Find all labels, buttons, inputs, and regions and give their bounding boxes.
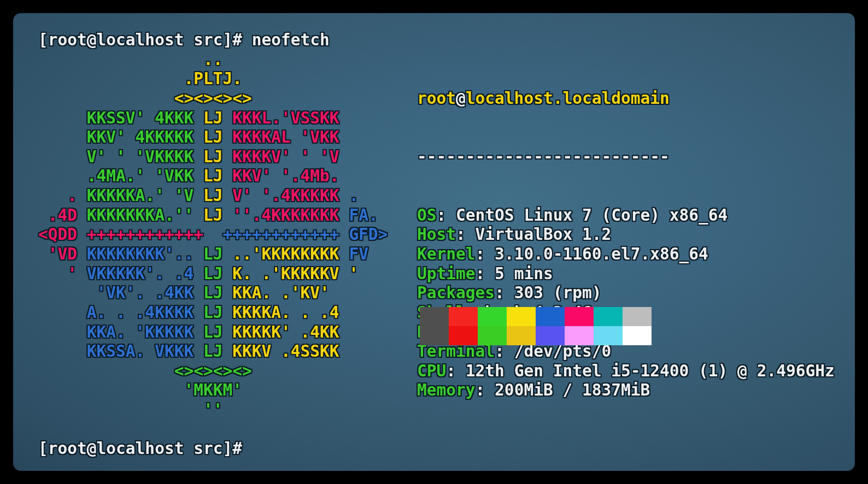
ascii-art-segment-green: <><><><> <box>38 362 252 380</box>
ascii-art-segment-yellow: K. .'KKKKKV ' <box>222 264 359 283</box>
ascii-art-segment-green: LJ <box>203 323 223 341</box>
palette-swatch <box>449 307 478 326</box>
info-colon: : <box>476 264 495 283</box>
ascii-art-segment-blue: 'VK'. .4KK <box>38 284 203 302</box>
ascii-art-segment-blue: FV <box>349 245 368 263</box>
ascii-art-segment-pink: ''.4KKKKKKK <box>222 206 349 225</box>
ascii-art-line: <><><><> <box>38 362 388 381</box>
ascii-art-line: 'VD KKKKKKKK'.. LJ ..'KKKKKKKK FV <box>38 245 388 264</box>
ascii-art-segment-yellow: <><><><> <box>38 89 252 108</box>
info-row-cpu: CPU: 12th Gen Intel i5-12400 (1) @ 2.496… <box>417 362 835 381</box>
ascii-art-segment-green: LJ <box>203 303 223 322</box>
ascii-art-line: '' <box>38 400 388 420</box>
ascii-art-line: ' VKKKKK'. .4 LJ K. .'KKKKKV ' <box>38 264 388 284</box>
palette-swatch <box>507 326 536 345</box>
ascii-art-line: 'VK'. .4KK LJ KKA. .'KV' <box>38 284 388 303</box>
info-value: 200MiB / 1837MiB <box>495 381 650 399</box>
info-value: VirtualBox 1.2 <box>476 225 612 244</box>
ascii-art-segment-yellow: LJ <box>203 186 223 205</box>
info-label: Uptime <box>417 264 476 283</box>
ascii-art-segment-pink: KKKKAL 'VKK <box>222 128 339 146</box>
info-colon: : <box>476 245 495 263</box>
ascii-art-segment-green: KKV' 4KKKKK <box>38 128 203 146</box>
palette-swatch <box>623 307 652 326</box>
info-colon: : <box>446 362 466 380</box>
ascii-art-segment-green: .4MA.' 'VKK <box>38 167 203 185</box>
ascii-art-segment-green: KKKKKKKA.'' <box>87 206 203 225</box>
ascii-art-line: <QDD ++++++++++++ ++++++++++++ GFD> <box>38 225 388 245</box>
ascii-art-segment-blue: ++++++++++++ GFD> <box>222 225 388 244</box>
ascii-art-segment-pink: . <box>38 186 87 205</box>
ascii-art-segment-yellow: KKKV .4SSKK <box>222 342 339 361</box>
info-colon: : <box>495 284 514 302</box>
ascii-art-segment-blue: . <box>349 186 359 205</box>
info-value: 303 (rpm) <box>514 284 602 302</box>
ascii-art-segment-blue: A. . .4KKKK <box>38 303 203 322</box>
ascii-art-segment-yellow: ..'KKKKKKKK <box>222 245 349 263</box>
ascii-art-segment-yellow: .. <box>38 50 222 69</box>
info-label: Packages <box>417 284 495 302</box>
info-label: Memory <box>417 381 476 399</box>
ascii-art-segment-yellow: LJ <box>203 128 223 146</box>
ascii-art-line: .4D KKKKKKKA.'' LJ ''.4KKKKKKK FA. <box>38 206 388 226</box>
info-row-uptime: Uptime: 5 mins <box>417 264 835 284</box>
ascii-art-segment-green: LJ <box>203 284 223 302</box>
ascii-art-segment-blue: KKKKKKKK'.. <box>87 245 203 263</box>
ascii-art-segment-pink: KKKL.'VSSKK <box>222 109 339 127</box>
ascii-art-segment-green: 'MKKM' <box>38 381 242 399</box>
ascii-art-line: 'MKKM' <box>38 381 388 400</box>
terminal-window[interactable]: [root@localhost src]# neofetch .. .PLTJ.… <box>13 13 855 471</box>
palette-swatch <box>536 307 565 326</box>
title-hostname: localhost.localdomain <box>466 89 670 108</box>
ascii-art-segment-green: V' ' 'VKKKK <box>38 147 203 166</box>
ascii-art-line: .. <box>38 50 388 70</box>
palette-swatch <box>565 326 594 345</box>
info-label: Kernel <box>417 245 476 263</box>
palette-swatch <box>449 326 478 345</box>
palette-swatch <box>536 326 565 345</box>
info-value: CentOS Linux 7 (Core) x86_64 <box>456 206 728 225</box>
ascii-art-segment-green: LJ <box>203 245 223 263</box>
palette-swatch <box>594 326 623 345</box>
ascii-art-line: A. . .4KKKK LJ KKKKA. . .4 <box>38 303 388 323</box>
ascii-art-segment-yellow: KKKKA. . .4 <box>222 303 339 322</box>
ascii-art-segment-pink: 'VD <box>38 245 87 263</box>
title-user: root <box>417 89 456 108</box>
info-row-host: Host: VirtualBox 1.2 <box>417 225 835 245</box>
ascii-art-segment-yellow: LJ <box>203 167 223 185</box>
ascii-art-line: KKSSA. VKKK LJ KKKV .4SSKK <box>38 342 388 362</box>
system-info-block: root@localhost.localdomain -------------… <box>417 50 835 440</box>
ascii-art-line: .PLTJ. <box>38 69 388 89</box>
info-row-os: OS: CentOS Linux 7 (Core) x86_64 <box>417 206 835 226</box>
shell-prompt-command: [root@localhost src]# neofetch <box>38 31 330 50</box>
info-value: 5 mins <box>495 264 553 283</box>
palette-swatch <box>420 307 449 326</box>
ascii-art-line: KKV' 4KKKKK LJ KKKKAL 'VKK <box>38 128 388 147</box>
ascii-art-line: . KKKKKA.' 'V LJ V' '.4KKKKK . <box>38 186 388 206</box>
ascii-art-segment-yellow: KKA. .'KV' <box>222 284 329 302</box>
ascii-art-segment-green: KKKKKA.' 'V <box>87 186 203 205</box>
title-at-sign: @ <box>456 89 466 108</box>
ascii-art-segment-yellow: KKKKK' .4KK <box>222 323 339 341</box>
ascii-art-segment-green: KKSSV' 4KKK <box>38 109 203 127</box>
ascii-art-segment-yellow: .PLTJ. <box>38 69 242 88</box>
info-row-packages: Packages: 303 (rpm) <box>417 284 835 303</box>
ascii-art-line: KKSSV' 4KKK LJ KKKL.'VSSKK <box>38 109 388 128</box>
info-row-memory: Memory: 200MiB / 1837MiB <box>417 381 835 400</box>
ascii-art-segment-yellow: LJ <box>203 206 223 225</box>
palette-row-1 <box>420 307 652 326</box>
ascii-art-segment-green: LJ <box>203 342 223 361</box>
ascii-art-segment-blue: KKSSA. VKKK <box>38 342 203 361</box>
ascii-art-segment-yellow: LJ <box>203 109 223 127</box>
info-value: 3.10.0-1160.el7.x86_64 <box>495 245 708 263</box>
shell-prompt-idle: [root@localhost src]# <box>38 439 242 459</box>
ascii-art-segment-blue: VKKKKK'. .4 <box>87 264 203 283</box>
ascii-art-segment-pink: KKV' '.4Mb. <box>222 167 339 185</box>
info-label: Host <box>417 225 456 244</box>
ascii-art-segment-green: '' <box>38 400 222 419</box>
palette-swatch <box>507 307 536 326</box>
info-colon: : <box>437 206 456 225</box>
ascii-art-segment-pink: KKKKV' ' 'V <box>222 147 339 166</box>
ascii-art-segment-yellow: LJ <box>203 147 223 166</box>
palette-swatch <box>420 326 449 345</box>
